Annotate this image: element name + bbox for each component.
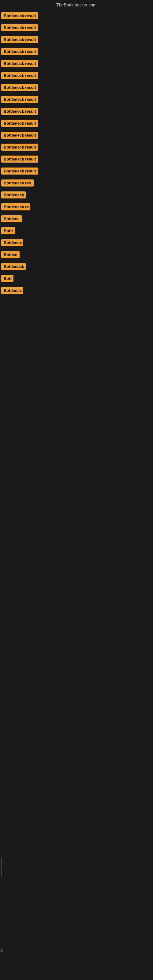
bottleneck-badge[interactable]: Bottleneck result xyxy=(1,144,38,151)
list-item[interactable]: Bottleneck result xyxy=(1,12,153,21)
list-item[interactable]: Bottlen xyxy=(1,251,153,259)
bottleneck-badge[interactable]: Bott xyxy=(1,275,13,282)
list-item[interactable]: Bottleneck re xyxy=(1,204,153,212)
list-item[interactable]: Bottleneck result xyxy=(1,36,153,45)
list-item[interactable]: Bottleneck result xyxy=(1,108,153,116)
bottleneck-badge[interactable]: Bottleneck xyxy=(1,191,26,199)
bottleneck-badge[interactable]: Bottleneck result xyxy=(1,96,38,103)
vertical-line-decoration xyxy=(1,858,2,876)
bottleneck-badge[interactable]: Bottleneck result xyxy=(1,72,38,79)
list-item[interactable]: Bottleneck result xyxy=(1,144,153,152)
list-item[interactable]: Bottleneck result xyxy=(1,84,153,92)
list-item[interactable]: Bottleneck result xyxy=(1,96,153,104)
list-item[interactable]: Bottleneck xyxy=(1,191,153,200)
list-item[interactable]: Bottleneck result xyxy=(1,48,153,56)
bottleneck-badge[interactable]: Bottleneck result xyxy=(1,84,38,91)
list-item[interactable]: Bottlene xyxy=(1,215,153,224)
list-item[interactable]: Bottleneck result xyxy=(1,132,153,140)
bottleneck-badge[interactable]: Bottleneck result xyxy=(1,48,38,55)
list-item[interactable]: Bottleneck result xyxy=(1,167,153,176)
bottleneck-badge[interactable]: Bottlenec xyxy=(1,287,23,294)
bottleneck-badge[interactable]: Bottleneck result xyxy=(1,156,38,162)
bottleneck-badge[interactable]: Bottleneck result xyxy=(1,36,38,43)
list-item[interactable]: Bottleneck result xyxy=(1,60,153,68)
bottleneck-badge[interactable]: Bottleneck result xyxy=(1,60,38,67)
list-item[interactable]: Bottleneck result xyxy=(1,24,153,32)
list-item[interactable]: Bottleneck result xyxy=(1,120,153,128)
bottleneck-badge[interactable]: Bottlen xyxy=(1,251,19,258)
bottleneck-badge[interactable]: Bottleneck xyxy=(1,263,26,270)
bottleneck-badge[interactable]: Bottleneck res xyxy=(1,180,33,186)
bottleneck-badge[interactable]: Bottlenec xyxy=(1,239,23,246)
bottleneck-badge[interactable]: Bottleneck result xyxy=(1,167,38,175)
bottleneck-badge[interactable]: Bottleneck re xyxy=(1,204,30,210)
page-container: TheBottlenecker.com Bottleneck resultBot… xyxy=(0,0,153,300)
list-item[interactable]: Bott xyxy=(1,275,153,283)
site-title: TheBottlenecker.com xyxy=(0,0,153,11)
list-item[interactable]: Bottlenec xyxy=(1,239,153,247)
list-item[interactable]: Bottleneck res xyxy=(1,180,153,188)
small-square-decoration xyxy=(1,950,3,952)
bottleneck-badge[interactable]: Bottlene xyxy=(1,215,22,222)
list-item[interactable]: Bottleneck xyxy=(1,263,153,271)
list-item[interactable]: Bottleneck result xyxy=(1,72,153,80)
bottleneck-badge[interactable]: Bottleneck result xyxy=(1,120,38,127)
bottleneck-badge[interactable]: Bottleneck result xyxy=(1,24,38,31)
list-item[interactable]: Bottlenec xyxy=(1,287,153,295)
bottleneck-badge[interactable]: Bottleneck result xyxy=(1,108,38,115)
bottleneck-badge[interactable]: Bottl xyxy=(1,227,15,234)
bottleneck-list: Bottleneck resultBottleneck resultBottle… xyxy=(0,11,153,300)
bottleneck-badge[interactable]: Bottleneck result xyxy=(1,132,38,139)
list-item[interactable]: Bottl xyxy=(1,227,153,235)
list-item[interactable]: Bottleneck result xyxy=(1,156,153,164)
bottleneck-badge[interactable]: Bottleneck result xyxy=(1,12,38,19)
